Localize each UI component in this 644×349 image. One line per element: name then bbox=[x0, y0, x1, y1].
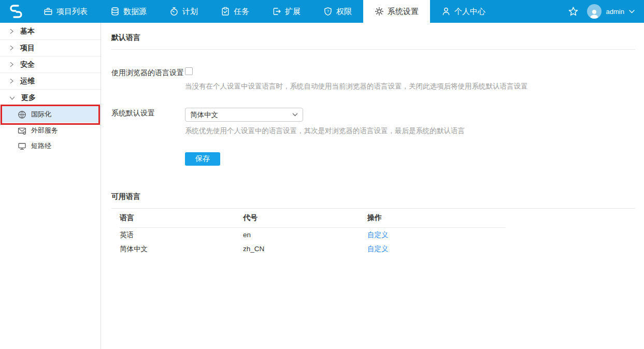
sidebar-item-more[interactable]: 更多 bbox=[0, 90, 101, 106]
browser-language-checkbox[interactable] bbox=[185, 67, 193, 75]
nav-item-label: 权限 bbox=[336, 7, 352, 17]
sidebar-item-project[interactable]: 项目 bbox=[0, 40, 101, 56]
nav-item-label: 数据源 bbox=[123, 7, 147, 17]
nav-item-label: 个人中心 bbox=[454, 7, 485, 17]
extension-icon bbox=[272, 7, 281, 16]
nav-item-project-list[interactable]: 项目列表 bbox=[32, 0, 99, 23]
nav-item-data-source[interactable]: 数据源 bbox=[99, 0, 158, 23]
sidebar-item-label: 项目 bbox=[20, 43, 35, 53]
browser-language-label: 使用浏览器的语言设置 bbox=[111, 67, 185, 91]
sidebar-item-internationalization[interactable]: 国际化 bbox=[0, 106, 101, 123]
sidebar-item-label: 更多 bbox=[21, 93, 36, 103]
nav-item-system-settings[interactable]: 系统设置 bbox=[363, 0, 430, 23]
nav-item-label: 计划 bbox=[182, 7, 198, 17]
column-header-code: 代号 bbox=[243, 213, 367, 223]
sidebar-item-label: 基本 bbox=[20, 27, 35, 36]
user-menu[interactable]: admin bbox=[587, 0, 644, 23]
cell-code: zh_CN bbox=[243, 245, 367, 253]
chevron-down-icon bbox=[292, 113, 298, 117]
system-default-label: 系统默认设置 bbox=[111, 108, 185, 136]
system-default-help: 系统优先使用个人设置中的语言设置，其次是对浏览器的语言设置，最后是系统的默认语言 bbox=[185, 126, 465, 136]
user-icon bbox=[441, 7, 451, 16]
sidebar-item-label: 国际化 bbox=[31, 110, 51, 119]
cell-language: 简体中文 bbox=[120, 244, 243, 254]
nav-item-label: 扩展 bbox=[285, 7, 300, 17]
nav-item-permission[interactable]: ? 权限 bbox=[312, 0, 363, 23]
monitor-icon bbox=[18, 142, 26, 151]
briefcase-icon bbox=[44, 7, 53, 16]
chevron-right-icon bbox=[9, 78, 14, 84]
table-row: 英语 en 自定义 bbox=[120, 228, 506, 242]
shield-icon: ? bbox=[323, 7, 333, 16]
section-title-available-languages: 可用语言 bbox=[111, 192, 635, 209]
nav-item-plan[interactable]: 计划 bbox=[158, 0, 209, 23]
cell-code: en bbox=[243, 231, 367, 239]
sidebar-item-label: 运维 bbox=[20, 77, 35, 86]
chevron-right-icon bbox=[9, 62, 14, 67]
system-default-row: 系统默认设置 简体中文 系统优先使用个人设置中的语言设置，其次是对浏览器的语言设… bbox=[111, 108, 635, 136]
nav-item-label: 项目列表 bbox=[56, 7, 88, 17]
svg-text:?: ? bbox=[327, 9, 330, 13]
nav-item-task[interactable]: 任务 bbox=[209, 0, 261, 23]
sidebar-item-security[interactable]: 安全 bbox=[0, 56, 101, 73]
system-default-language-select[interactable]: 简体中文 bbox=[185, 108, 303, 122]
section-title-default-language: 默认语言 bbox=[111, 33, 635, 50]
nav-spacer bbox=[497, 0, 560, 23]
nav-item-extension[interactable]: 扩展 bbox=[261, 0, 312, 23]
stopwatch-icon bbox=[169, 7, 179, 16]
clipboard-check-icon bbox=[221, 7, 230, 16]
globe-icon bbox=[18, 110, 26, 119]
column-header-action: 操作 bbox=[367, 213, 506, 223]
sidebar-item-operations[interactable]: 运维 bbox=[0, 73, 101, 90]
nav-item-label: 系统设置 bbox=[388, 7, 419, 17]
browser-language-row: 使用浏览器的语言设置 当没有在个人设置中设置语言时，系统自动使用当前浏览器的语言… bbox=[111, 67, 635, 91]
chevron-right-icon bbox=[9, 28, 14, 34]
select-value: 简体中文 bbox=[190, 110, 218, 120]
sidebar-item-short-path[interactable]: 短路经 bbox=[0, 138, 101, 154]
logo-icon bbox=[7, 4, 25, 19]
save-button[interactable]: 保存 bbox=[185, 152, 220, 166]
username-label: admin bbox=[606, 8, 624, 16]
sidebar-item-label: 短路经 bbox=[31, 141, 51, 151]
star-icon bbox=[568, 6, 579, 17]
cell-language: 英语 bbox=[120, 230, 243, 240]
chevron-down-icon bbox=[9, 96, 15, 100]
avatar-person-icon bbox=[589, 8, 600, 19]
sidebar-item-basic[interactable]: 基本 bbox=[0, 23, 101, 40]
chevron-right-icon bbox=[9, 45, 14, 51]
sidebar-item-label: 安全 bbox=[20, 60, 35, 69]
favorite-star-button[interactable] bbox=[560, 0, 587, 23]
nav-item-label: 任务 bbox=[234, 7, 249, 17]
sidebar-item-external-services[interactable]: 外部服务 bbox=[0, 123, 101, 138]
gear-icon bbox=[375, 7, 384, 16]
top-navigation: 项目列表 数据源 计划 任务 扩展 ? bbox=[0, 0, 644, 23]
browser-language-help: 当没有在个人设置中设置语言时，系统自动使用当前浏览器的语言设置，关闭此选项后将使… bbox=[185, 82, 528, 91]
database-icon bbox=[110, 7, 120, 16]
table-header-row: 语言 代号 操作 bbox=[120, 209, 506, 228]
chevron-down-icon bbox=[629, 10, 635, 13]
settings-content: 默认语言 使用浏览器的语言设置 当没有在个人设置中设置语言时，系统自动使用当前浏… bbox=[101, 23, 644, 349]
column-header-language: 语言 bbox=[120, 213, 243, 223]
customize-link[interactable]: 自定义 bbox=[367, 231, 389, 239]
nav-item-personal-center[interactable]: 个人中心 bbox=[430, 0, 497, 23]
table-row: 简体中文 zh_CN 自定义 bbox=[120, 242, 506, 256]
sidebar-item-label: 外部服务 bbox=[31, 126, 58, 135]
customize-link[interactable]: 自定义 bbox=[367, 245, 389, 253]
mail-gear-icon bbox=[18, 126, 26, 135]
app-logo[interactable] bbox=[0, 0, 32, 23]
default-language-form: 使用浏览器的语言设置 当没有在个人设置中设置语言时，系统自动使用当前浏览器的语言… bbox=[111, 67, 635, 166]
settings-sidebar: 基本 项目 安全 运维 更多 bbox=[0, 23, 101, 349]
avatar bbox=[587, 4, 602, 19]
languages-table: 语言 代号 操作 英语 en 自定义 简体中文 zh_CN 自定义 bbox=[120, 209, 506, 256]
